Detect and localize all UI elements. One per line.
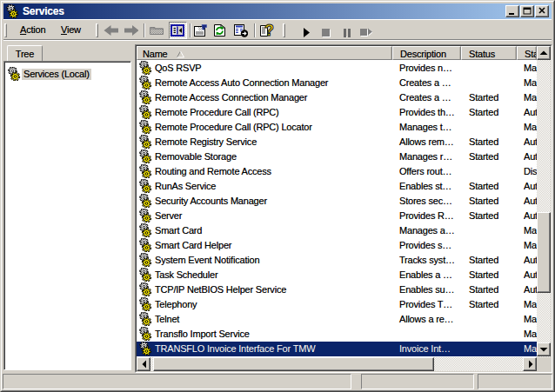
svg-text:?: ? bbox=[264, 23, 274, 38]
